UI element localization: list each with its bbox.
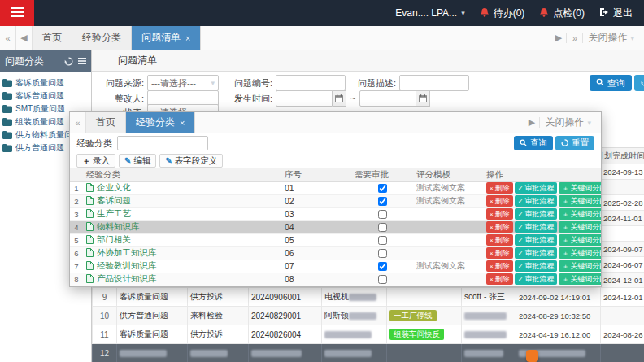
approval-flow-button[interactable]: ✓审批流程 <box>515 260 558 272</box>
category-link[interactable]: 物料知识库 <box>86 221 140 233</box>
keyword-assign-button[interactable]: ＋关键词分配 <box>559 273 601 285</box>
field-define-button[interactable]: ✎ 表字段定义 <box>159 154 223 168</box>
tree-item[interactable]: 客诉质量问题 <box>2 76 89 89</box>
approval-flow-button[interactable]: ✓审批流程 <box>515 273 558 285</box>
edit-record-button[interactable]: ✎ 编辑 <box>119 154 156 168</box>
keyword-assign-button-label: 关键词分配 <box>570 196 601 207</box>
tabs-scroll-right-icon[interactable]: ▶ <box>550 33 567 43</box>
tabs-last-icon[interactable]: » <box>567 33 583 43</box>
keyword-assign-button[interactable]: ＋关键词分配 <box>559 247 601 259</box>
tab-issue-list[interactable]: 问题清单× <box>132 26 201 50</box>
collapse-icon[interactable] <box>78 57 86 65</box>
category-order: 06 <box>281 246 351 260</box>
tree-item[interactable]: 客诉普通问题 <box>2 89 89 102</box>
popup-reset-button[interactable]: 重置 <box>555 136 594 150</box>
tab-home[interactable]: 首页 <box>33 26 72 50</box>
category-row[interactable]: 3生产工艺03×删除✓审批流程＋关键词分配 <box>70 207 601 220</box>
keyword-assign-button[interactable]: ＋关键词分配 <box>559 221 601 233</box>
category-row[interactable]: 7经验教训知识库07测试案例文案×删除✓审批流程＋关键词分配 <box>70 260 601 273</box>
category-row[interactable]: 8产品设计知识库08×删除✓审批流程＋关键词分配 <box>70 273 601 286</box>
calendar-icon[interactable] <box>333 90 346 107</box>
keyword-assign-button[interactable]: ＋关键词分配 <box>559 208 601 220</box>
folder-icon <box>2 144 12 152</box>
category-row[interactable]: 6外协加工知识库06×删除✓审批流程＋关键词分配 <box>70 246 601 260</box>
close-operations-menu[interactable]: 关闭操作 ▾ <box>540 116 596 129</box>
category-link[interactable]: 生产工艺 <box>86 208 131 220</box>
delete-button[interactable]: ×删除 <box>486 221 513 233</box>
issue-table-row[interactable]: 9客诉质量问题供方投诉20240906001电视机scott - 张三2024-… <box>93 288 644 307</box>
close-operations-menu[interactable]: 关闭操作 ▾ <box>583 31 639 45</box>
tabs-scroll-right-icon[interactable]: ▶ <box>524 117 540 128</box>
menu-toggle-button[interactable] <box>0 0 34 26</box>
delete-button[interactable]: ×删除 <box>486 260 513 272</box>
popup-search-button[interactable]: 查询 <box>514 136 553 150</box>
category-row[interactable]: 5部门相关05×删除✓审批流程＋关键词分配 <box>70 233 601 246</box>
approval-checkbox[interactable] <box>378 249 387 258</box>
approval-flow-button[interactable]: ✓审批流程 <box>515 182 558 194</box>
row-number: 2 <box>70 194 83 207</box>
approval-checkbox[interactable] <box>378 223 387 232</box>
tab-home[interactable]: 首页 <box>86 112 126 133</box>
logout-button[interactable]: 退出 <box>599 7 633 20</box>
delete-button[interactable]: ×删除 <box>486 273 513 285</box>
add-record-button[interactable]: ＋ 录入 <box>76 154 115 168</box>
category-link[interactable]: 外协加工知识库 <box>86 247 157 259</box>
approval-checkbox[interactable] <box>378 184 387 193</box>
approval-flow-button[interactable]: ✓审批流程 <box>515 195 558 207</box>
keyword-assign-button[interactable]: ＋关键词分配 <box>559 260 601 272</box>
category-row[interactable]: 2客诉问题02测试案例文案×删除✓审批流程＋关键词分配 <box>70 194 601 207</box>
keyword-assign-button[interactable]: ＋关键词分配 <box>559 234 601 246</box>
issue-table-row[interactable]: 10供方普通问题来料检验20240829001阿斯顿一工厂停线2024-08-2… <box>93 307 644 325</box>
date-from-input[interactable] <box>276 90 333 107</box>
tabs-scroll-left-icon[interactable]: ◀ <box>16 26 33 50</box>
reset-button[interactable]: 重置 <box>634 75 644 91</box>
approval-checkbox[interactable] <box>378 262 387 271</box>
approval-checkbox[interactable] <box>378 275 387 284</box>
delete-button[interactable]: ×删除 <box>486 208 513 220</box>
pencil-icon: ✎ <box>165 156 172 165</box>
tabs-first-icon[interactable]: « <box>70 112 86 133</box>
category-search-input[interactable] <box>117 136 208 150</box>
issue-table-row[interactable]: 11客诉质量问题供方投诉20240826004组装车间快反2024-04-19 … <box>93 325 644 344</box>
category-link[interactable]: 企业文化 <box>86 182 131 194</box>
category-link[interactable]: 客诉问题 <box>86 195 131 207</box>
tabs-first-icon[interactable]: « <box>0 26 16 50</box>
tab-experience-category[interactable]: 经验分类× <box>126 112 195 133</box>
keyword-assign-button[interactable]: ＋关键词分配 <box>559 195 601 207</box>
category-link[interactable]: 经验教训知识库 <box>86 260 157 272</box>
delete-button[interactable]: ×删除 <box>486 234 513 246</box>
tab-close-icon[interactable]: × <box>185 33 190 43</box>
category-row[interactable]: 4物料知识库04×删除✓审批流程＋关键词分配 <box>70 220 601 233</box>
issue-number-input[interactable] <box>276 75 346 91</box>
user-menu[interactable]: Evan.... LPA... ▾ <box>395 7 464 19</box>
approval-checkbox[interactable] <box>378 236 387 245</box>
delete-button[interactable]: ×删除 <box>486 182 513 194</box>
folder-icon <box>2 105 12 113</box>
category-link[interactable]: 部门相关 <box>86 234 131 246</box>
approval-flow-button[interactable]: ✓审批流程 <box>515 234 558 246</box>
todo-button[interactable]: 待办(0) <box>480 7 525 20</box>
search-button[interactable]: 查询 <box>590 75 632 91</box>
floating-widget-icon[interactable] <box>526 350 538 362</box>
issue-table-row[interactable]: 12 <box>93 344 644 362</box>
approval-flow-button[interactable]: ✓审批流程 <box>515 247 558 259</box>
date-to-input[interactable] <box>359 90 416 107</box>
approval-checkbox[interactable] <box>378 197 387 206</box>
category-link[interactable]: 产品设计知识库 <box>86 273 157 285</box>
issue-desc-input[interactable] <box>399 75 469 91</box>
approval-checkbox[interactable] <box>378 210 387 219</box>
source-select[interactable]: ---请选择--- ▾ <box>147 75 219 91</box>
tab-experience-category[interactable]: 经验分类 <box>72 26 132 50</box>
delete-button[interactable]: ×删除 <box>486 195 513 207</box>
approval-flow-button[interactable]: ✓审批流程 <box>515 208 558 220</box>
row-number: 5 <box>70 233 83 246</box>
refresh-icon[interactable] <box>64 57 73 66</box>
tab-close-icon[interactable]: × <box>180 118 185 128</box>
calendar-icon[interactable] <box>416 90 430 107</box>
category-row[interactable]: 1企业文化01测试案例文案×删除✓审批流程＋关键词分配 <box>70 181 601 194</box>
category-name: 部门相关 <box>97 234 131 246</box>
delete-button[interactable]: ×删除 <box>486 247 513 259</box>
approval-flow-button[interactable]: ✓审批流程 <box>515 221 558 233</box>
keyword-assign-button[interactable]: ＋关键词分配 <box>559 182 601 194</box>
inspection-button[interactable]: 点检(0) <box>539 7 585 20</box>
